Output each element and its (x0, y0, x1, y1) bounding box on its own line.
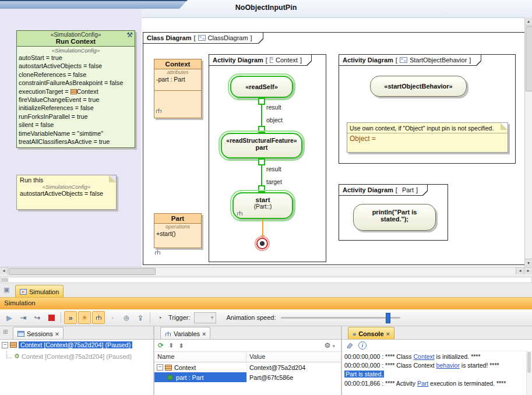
step-over-button[interactable]: ↪ (31, 311, 44, 324)
scroll-left-arrow[interactable]: ◂ (516, 267, 524, 274)
console-vertical-scrollbar[interactable] (526, 351, 532, 395)
log-text: is started! **** (460, 362, 499, 369)
tab-simulation[interactable]: Simulation (15, 285, 64, 298)
scrollbar-thumb[interactable] (527, 352, 531, 373)
resume-button[interactable]: ▶ (3, 311, 16, 324)
start-call-operation-action[interactable]: start (Part::) (232, 192, 293, 219)
console-toolbar: i (342, 340, 532, 351)
resume-icon: ▶ (6, 313, 12, 322)
variable-value: Context@75a2d204 (249, 364, 305, 371)
object-flow-edge[interactable] (261, 105, 262, 126)
result-output-pin[interactable] (258, 98, 265, 105)
console-content: i 00:00:00,000 : **** Class Context is i… (342, 339, 532, 395)
part-class[interactable]: Part operations +start() (154, 213, 202, 248)
tree-expander-icon[interactable]: − (2, 342, 8, 348)
close-icon[interactable]: × (55, 331, 59, 337)
log-link-context[interactable]: Context (414, 353, 435, 360)
session-root-label[interactable]: Context [Context@75a2d204] (Paused) (19, 341, 132, 348)
animation-toggle-button[interactable]: » (64, 311, 77, 324)
eraser-icon[interactable] (346, 342, 354, 348)
terminate-button[interactable] (45, 311, 58, 324)
frame-bracket: [ (396, 186, 397, 193)
target-input-pin[interactable] (258, 185, 265, 192)
result-output-pin[interactable] (258, 158, 265, 165)
frame-kind: Activity Diagram (343, 57, 393, 64)
collapse-all-icon[interactable]: ⇟ (178, 342, 184, 350)
column-header-name[interactable]: Name (154, 352, 246, 362)
scroll-left-arrow[interactable]: ◂ (0, 267, 8, 274)
diagram-window-tab[interactable] (0, 0, 188, 9)
run-context-config[interactable]: ⚒ «SimulationConfig» Run Context «Simula… (16, 30, 135, 148)
close-icon[interactable]: × (202, 331, 206, 337)
scroll-up-arrow[interactable]: ▴ (525, 17, 532, 26)
console-panel: » Console × i 00:00:00,000 : **** Class … (342, 326, 532, 395)
log-link-part[interactable]: Part (417, 380, 428, 387)
console-tab-row: » Console × (342, 326, 532, 339)
validate-button[interactable]: ◦ (106, 311, 119, 324)
run-context-property: cloneReferences = false (19, 70, 133, 79)
variables-row-part[interactable]: part : Part Part@67fc586e (154, 372, 341, 382)
info-icon[interactable]: i (358, 341, 367, 350)
options-toggle-button[interactable]: ☀ (78, 311, 91, 324)
slider-handle[interactable] (386, 313, 390, 323)
frame-kind: Activity Diagram (343, 186, 393, 193)
breakpoints-button[interactable]: ◎ (120, 311, 133, 324)
highlighted-log-text: Part is stated. (344, 371, 384, 378)
tab-variables[interactable]: Variables × (160, 327, 210, 340)
note-object-line: Object = (347, 133, 508, 144)
animation-speed-slider[interactable] (281, 312, 400, 323)
scrollbar-thumb[interactable] (1, 278, 8, 282)
diagram-vertical-scrollbar[interactable]: ▴ ▾ (524, 17, 532, 267)
settings-gear-button[interactable]: ⚙ ▾ (324, 341, 335, 350)
trigger-dropdown[interactable]: ▾ (194, 312, 216, 323)
column-header-value[interactable]: Value (246, 352, 341, 362)
tree-expander-icon[interactable]: − (157, 364, 163, 371)
log-text: 00:00:00,000 : **** Class (344, 353, 414, 360)
session-tree-root-row[interactable]: − Context [Context@75a2d204] (Paused) (2, 341, 132, 348)
variables-row-context[interactable]: − Context Context@75a2d204 (154, 362, 341, 372)
app-horizontal-scrollbar[interactable] (0, 277, 532, 283)
object-flow-edge[interactable] (261, 165, 262, 185)
step-into-button[interactable]: ⇥ (17, 311, 30, 324)
decomposition-toggle-button[interactable] (92, 311, 105, 324)
scroll-down-arrow[interactable]: ▾ (525, 259, 532, 267)
object-input-pin[interactable] (258, 126, 265, 133)
class-diagram-frame[interactable]: Class Diagram [ ClassDiagram ] Context a… (143, 32, 529, 265)
dock-window-icon[interactable]: ▣ (3, 286, 9, 294)
panel-menu-icon[interactable]: ⊞ (3, 329, 8, 335)
log-text: 00:00:01,866 : **** Activity (344, 380, 417, 387)
activity-diagram-startobjectbehavior-frame[interactable]: Activity Diagram [ StartObjectBehavior ]… (339, 54, 516, 164)
animation-speed-label: Animation speed: (227, 314, 276, 321)
run-context-property-execution-target: executionTarget = Context (19, 87, 133, 96)
activity-diagram-context-frame[interactable]: Activity Diagram [ Context ] «readSelf» … (209, 54, 326, 262)
context-class[interactable]: Context attributes -part : Part (154, 59, 202, 118)
close-icon[interactable]: × (386, 331, 390, 337)
session-tree-child-row[interactable]: ⚙ Context [Context@75a2d204] (Paused) (6, 351, 132, 361)
part-class-name: Part (154, 214, 201, 224)
activity-final-node[interactable] (256, 238, 268, 249)
slider-track[interactable] (281, 317, 400, 319)
run-context-name: Run Context (17, 38, 135, 45)
scrollbar-thumb[interactable] (9, 268, 156, 275)
scrollbar-thumb[interactable] (526, 26, 532, 91)
variables-content: ⟳ ⇞ ⇟ ⚙ ▾ Name Value − Context Context@7… (154, 339, 341, 395)
frame-name: Context (276, 57, 298, 64)
action-label: «startObjectBehavior» (371, 76, 466, 96)
start-object-behavior-action[interactable]: «startObjectBehavior» (370, 76, 467, 97)
read-self-action[interactable]: «readSelf» (230, 76, 293, 98)
tab-console[interactable]: » Console × (348, 327, 394, 340)
object-pin-note[interactable]: Use own context, if "Object" input pin i… (347, 122, 508, 153)
run-context-property: timeVariableName = "simtime" (19, 129, 133, 137)
read-structural-feature-action[interactable]: «readStructuralFeature» part (221, 133, 302, 158)
activity-diagram-part-frame[interactable]: Activity Diagram [ Part ] println("Part … (339, 184, 448, 241)
export-button[interactable]: ⇪ (134, 311, 147, 324)
run-this-note[interactable]: Run this «SimulationConfig» autostartAct… (16, 175, 117, 210)
refresh-icon[interactable]: ⟳ (158, 341, 164, 350)
tab-sessions[interactable]: Sessions × (13, 327, 64, 340)
expand-all-icon[interactable]: ⇞ (168, 342, 174, 350)
trigger-button[interactable]: ◔ (153, 311, 166, 324)
scroll-right-arrow[interactable]: ▸ (524, 267, 532, 274)
println-action[interactable]: println("Part is stated."); (353, 204, 436, 231)
diagram-horizontal-scrollbar[interactable]: ◂ ◂ ▸ (0, 267, 532, 275)
log-link-behavior[interactable]: behavior (436, 362, 460, 369)
